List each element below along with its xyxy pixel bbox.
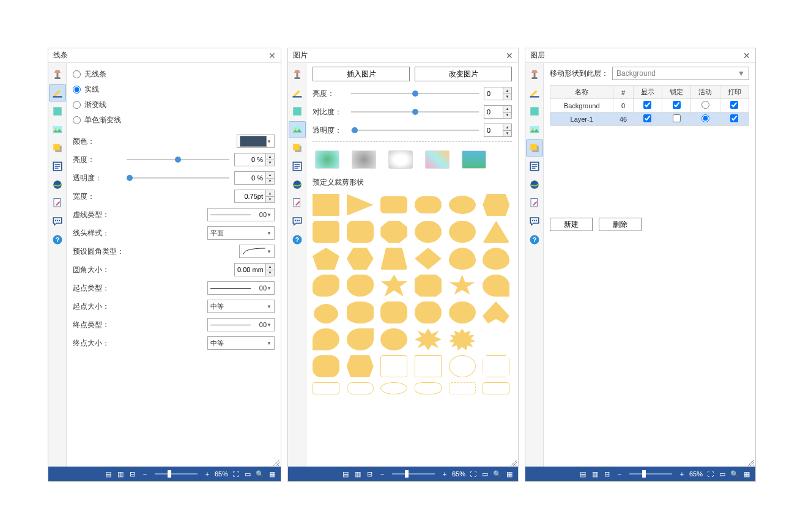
change-image-button[interactable]: 改变图片 bbox=[415, 67, 512, 81]
zoom-icon[interactable]: 🔍 bbox=[730, 469, 739, 479]
shape-item[interactable] bbox=[313, 275, 339, 297]
show-checkbox[interactable] bbox=[643, 101, 651, 109]
end-size-select[interactable]: 中等▼ bbox=[207, 336, 275, 350]
view3-icon[interactable]: ⊟ bbox=[128, 469, 138, 479]
globe-icon[interactable] bbox=[289, 176, 306, 193]
shadow-icon[interactable] bbox=[49, 139, 66, 157]
image-icon[interactable] bbox=[289, 121, 306, 138]
shadow-icon[interactable] bbox=[526, 139, 543, 157]
radio-no-line[interactable]: 无线条 bbox=[73, 67, 275, 82]
zoom-out-icon[interactable]: − bbox=[615, 469, 624, 479]
help-icon[interactable]: ? bbox=[526, 231, 543, 248]
shape-item[interactable] bbox=[449, 355, 476, 377]
brightness-input[interactable]: ▲▼ bbox=[484, 87, 512, 100]
close-icon[interactable]: ✕ bbox=[506, 51, 513, 61]
radius-input[interactable]: ▲▼ bbox=[234, 263, 275, 276]
globe-icon[interactable] bbox=[49, 176, 66, 193]
shape-item[interactable] bbox=[313, 382, 339, 394]
shape-item[interactable] bbox=[313, 328, 339, 350]
start-size-select[interactable]: 中等▼ bbox=[207, 300, 275, 313]
edit-icon[interactable] bbox=[526, 194, 543, 212]
text-icon[interactable] bbox=[526, 158, 543, 175]
opacity-input[interactable]: ▲▼ bbox=[484, 124, 512, 137]
dash-select[interactable]: 00▼ bbox=[207, 208, 275, 221]
fit-icon[interactable]: ⛶ bbox=[468, 469, 478, 479]
brightness-slider[interactable] bbox=[351, 93, 479, 94]
print-checkbox[interactable] bbox=[730, 114, 738, 122]
delete-layer-button[interactable]: 删除 bbox=[599, 218, 642, 231]
zoom-slider[interactable] bbox=[392, 473, 435, 475]
page-icon[interactable]: ▭ bbox=[717, 469, 727, 479]
contrast-slider[interactable] bbox=[351, 111, 479, 113]
pen-icon[interactable] bbox=[289, 84, 306, 102]
shape-item[interactable] bbox=[347, 248, 374, 270]
lock-checkbox[interactable] bbox=[673, 114, 681, 122]
shape-item[interactable] bbox=[449, 382, 476, 394]
shape-item[interactable] bbox=[449, 221, 476, 243]
active-radio[interactable] bbox=[701, 114, 709, 122]
corner-select[interactable]: ▼ bbox=[239, 245, 275, 258]
lock-checkbox[interactable] bbox=[673, 101, 681, 109]
pen-icon[interactable] bbox=[49, 84, 66, 102]
zoom-out-icon[interactable]: − bbox=[140, 469, 150, 479]
page-icon[interactable]: ▭ bbox=[243, 469, 253, 479]
zoom-icon[interactable]: 🔍 bbox=[255, 469, 265, 479]
cap-select[interactable]: 平面▼ bbox=[207, 226, 275, 240]
view2-icon[interactable]: ▥ bbox=[116, 469, 125, 479]
globe-icon[interactable] bbox=[526, 176, 543, 193]
zoom-in-icon[interactable]: + bbox=[440, 469, 450, 479]
shape-item[interactable] bbox=[449, 301, 476, 323]
fit-icon[interactable]: ⛶ bbox=[231, 469, 240, 479]
brightness-input[interactable]: ▲▼ bbox=[234, 153, 275, 166]
filter-thumb[interactable] bbox=[425, 150, 450, 169]
comment-icon[interactable] bbox=[526, 213, 543, 230]
shape-item[interactable] bbox=[347, 194, 374, 216]
move-to-layer-select[interactable]: Background▼ bbox=[612, 67, 749, 80]
text-icon[interactable] bbox=[49, 158, 66, 175]
grid-icon[interactable]: ▦ bbox=[267, 469, 277, 479]
image-icon[interactable] bbox=[49, 121, 66, 138]
edit-icon[interactable] bbox=[49, 194, 66, 212]
shape-item[interactable] bbox=[347, 328, 374, 350]
shape-item[interactable] bbox=[380, 221, 407, 243]
shape-item[interactable] bbox=[483, 275, 509, 297]
shape-item[interactable] bbox=[415, 248, 442, 270]
opacity-input[interactable]: ▲▼ bbox=[234, 171, 275, 185]
comment-icon[interactable] bbox=[289, 213, 306, 230]
view2-icon[interactable]: ▥ bbox=[590, 469, 600, 479]
shape-item[interactable] bbox=[347, 301, 374, 323]
show-checkbox[interactable] bbox=[643, 114, 651, 122]
brightness-slider[interactable] bbox=[127, 159, 229, 160]
table-row[interactable]: Background 0 bbox=[550, 99, 749, 113]
shape-item[interactable] bbox=[313, 221, 339, 243]
pen-icon[interactable] bbox=[526, 84, 543, 102]
shadow-icon[interactable] bbox=[289, 139, 306, 157]
fill-icon[interactable] bbox=[526, 103, 543, 120]
edit-icon[interactable] bbox=[289, 194, 306, 212]
close-icon[interactable]: ✕ bbox=[268, 51, 276, 61]
table-row[interactable]: Layer-1 46 bbox=[550, 113, 749, 126]
filter-thumb[interactable] bbox=[352, 150, 376, 169]
fill-icon[interactable] bbox=[49, 103, 66, 120]
text-icon[interactable] bbox=[289, 158, 306, 175]
shape-item[interactable] bbox=[415, 382, 442, 394]
shape-item[interactable] bbox=[415, 328, 442, 350]
view1-icon[interactable]: ▤ bbox=[103, 469, 113, 479]
zoom-in-icon[interactable]: + bbox=[677, 469, 687, 479]
shape-item[interactable] bbox=[483, 382, 509, 394]
shape-item[interactable] bbox=[483, 221, 509, 243]
grid-icon[interactable]: ▦ bbox=[505, 469, 514, 479]
shape-item[interactable] bbox=[449, 328, 476, 350]
shape-item[interactable] bbox=[483, 301, 509, 323]
start-type-select[interactable]: 00▼ bbox=[207, 281, 275, 295]
shape-item[interactable] bbox=[347, 382, 374, 394]
shape-item[interactable] bbox=[313, 301, 339, 323]
shape-item[interactable] bbox=[415, 275, 442, 297]
zoom-icon[interactable]: 🔍 bbox=[492, 469, 502, 479]
shape-item[interactable] bbox=[449, 275, 476, 297]
shape-item[interactable] bbox=[483, 194, 509, 216]
fill-icon[interactable] bbox=[289, 103, 306, 120]
end-type-select[interactable]: 00▼ bbox=[207, 318, 275, 331]
shape-item[interactable] bbox=[380, 248, 407, 270]
comment-icon[interactable] bbox=[49, 213, 66, 230]
